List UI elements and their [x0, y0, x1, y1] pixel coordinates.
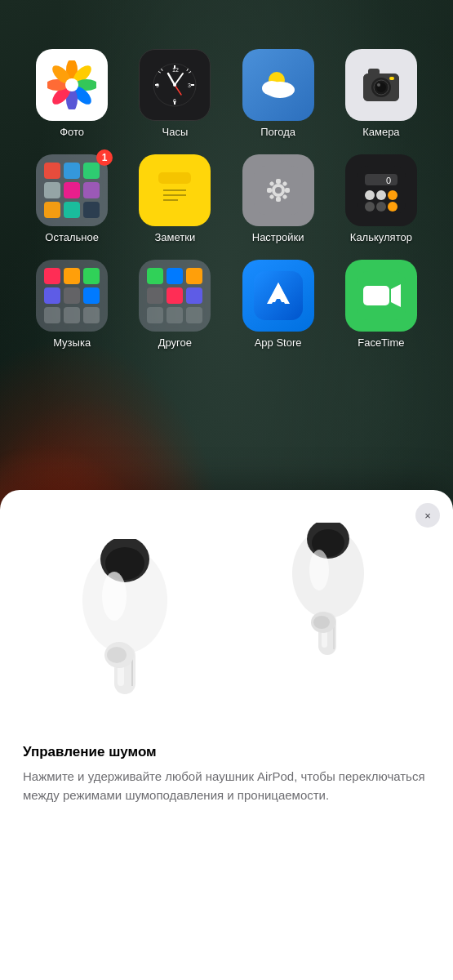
airpods-illustration: [23, 514, 430, 743]
svg-point-72: [102, 572, 127, 621]
bottom-sheet: ×: [0, 490, 453, 980]
svg-point-31: [277, 82, 293, 96]
sheet-description: Нажмите и удерживайте любой наушник AirP…: [23, 768, 430, 804]
svg-rect-39: [389, 77, 394, 80]
appstore-icon[interactable]: [242, 260, 314, 332]
app-grid: Фото 12: [24, 49, 429, 349]
svg-rect-48: [267, 188, 272, 193]
svg-text:3: 3: [188, 82, 191, 88]
svg-point-59: [388, 190, 397, 200]
other-label: Остальное: [45, 231, 99, 243]
facetime-icon[interactable]: [345, 260, 417, 332]
app-item-other2[interactable]: Другое: [127, 260, 222, 349]
svg-rect-41: [158, 172, 191, 184]
svg-point-60: [365, 202, 375, 212]
svg-rect-67: [363, 286, 389, 305]
calculator-label: Калькулятор: [350, 231, 412, 243]
other2-label: Другое: [158, 336, 192, 349]
app-item-music[interactable]: Музыка: [24, 260, 119, 349]
home-screen: Фото 12: [0, 0, 453, 365]
app-item-clock[interactable]: 12 3 6 9 Часы: [127, 49, 222, 138]
facetime-label: FaceTime: [358, 336, 404, 349]
svg-text:9: 9: [156, 82, 159, 88]
svg-rect-49: [285, 188, 290, 193]
svg-point-57: [365, 190, 375, 200]
music-label: Музыка: [53, 336, 91, 349]
camera-label: Камера: [362, 126, 399, 138]
app-item-other[interactable]: 1 Остальное: [24, 154, 119, 243]
app-item-calculator[interactable]: 0 Калькулятор: [334, 154, 429, 243]
sheet-title: Управление шумом: [23, 743, 430, 761]
app-item-facetime[interactable]: FaceTime: [334, 260, 429, 349]
weather-icon[interactable]: [242, 49, 314, 121]
camera-icon-bg[interactable]: [345, 49, 417, 121]
svg-point-27: [173, 83, 176, 87]
calculator-icon[interactable]: 0: [345, 154, 417, 226]
app-item-notes[interactable]: Заметки: [127, 154, 222, 243]
svg-rect-47: [276, 197, 281, 202]
other2-folder-icon[interactable]: [139, 260, 211, 332]
svg-text:12: 12: [172, 67, 179, 73]
svg-text:6: 6: [173, 98, 176, 104]
notes-icon[interactable]: [139, 154, 211, 226]
app-item-appstore[interactable]: App Store: [231, 260, 326, 349]
appstore-label: App Store: [255, 336, 302, 349]
svg-text:0: 0: [386, 176, 391, 185]
app-item-camera[interactable]: Камера: [334, 49, 429, 138]
svg-point-9: [65, 78, 78, 91]
svg-rect-55: [365, 174, 397, 185]
photos-icon[interactable]: [36, 49, 108, 121]
airpod-right: [283, 523, 373, 665]
svg-rect-46: [276, 179, 281, 184]
clock-icon[interactable]: 12 3 6 9: [139, 49, 211, 121]
airpod-left: [72, 539, 178, 706]
music-icon[interactable]: [36, 260, 108, 332]
svg-rect-34: [368, 69, 380, 75]
app-item-settings[interactable]: Настройки: [231, 154, 326, 243]
photos-label: Фото: [60, 126, 84, 138]
badge-other: 1: [96, 149, 113, 166]
svg-point-62: [388, 202, 397, 212]
svg-point-81: [309, 550, 329, 590]
app-item-weather[interactable]: Погода: [231, 49, 326, 138]
svg-point-58: [376, 190, 386, 200]
settings-label: Настройки: [252, 231, 304, 243]
svg-point-77: [107, 647, 127, 663]
svg-point-38: [377, 83, 380, 87]
app-item-photos[interactable]: Фото: [24, 49, 119, 138]
other-folder-icon[interactable]: 1: [36, 154, 108, 226]
weather-label: Погода: [260, 126, 295, 138]
clock-label: Часы: [162, 126, 189, 138]
svg-point-86: [313, 616, 330, 629]
svg-point-61: [376, 202, 386, 212]
notes-label: Заметки: [155, 231, 196, 243]
settings-icon[interactable]: [242, 154, 314, 226]
